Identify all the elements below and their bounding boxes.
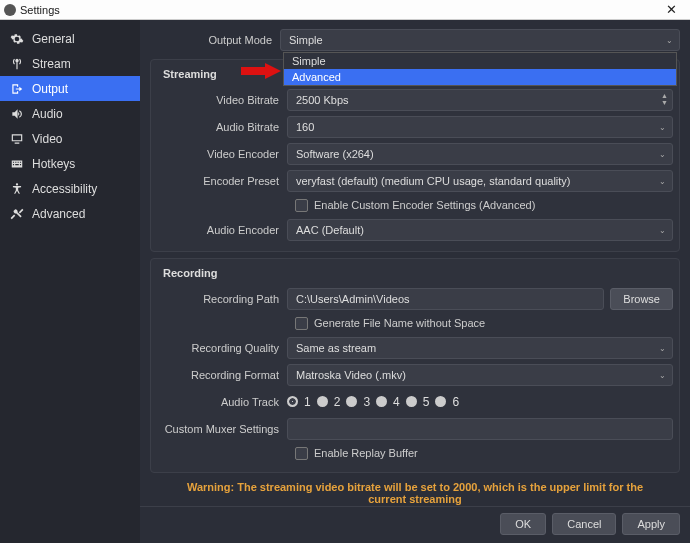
enable-replay-buffer-label: Enable Replay Buffer (314, 447, 418, 459)
chevron-down-icon: ⌄ (659, 177, 666, 186)
spinner-icon[interactable]: ▲▼ (661, 92, 668, 106)
sidebar-item-output[interactable]: Output (0, 76, 140, 101)
output-mode-option-simple[interactable]: Simple (284, 53, 676, 69)
video-bitrate-value: 2500 Kbps (296, 94, 349, 106)
sidebar-item-video[interactable]: Video (0, 126, 140, 151)
antenna-icon (10, 57, 24, 71)
sidebar-item-label: Stream (32, 57, 71, 71)
audio-encoder-label: Audio Encoder (157, 224, 287, 236)
video-bitrate-label: Video Bitrate (157, 94, 287, 106)
custom-muxer-label: Custom Muxer Settings (157, 423, 287, 435)
sidebar-item-label: General (32, 32, 75, 46)
audio-track-6-label: 6 (452, 395, 459, 409)
main-panel: Output Mode Simple ⌄ Streaming Simple (140, 20, 690, 543)
sidebar-item-general[interactable]: General (0, 26, 140, 51)
encoder-preset-select[interactable]: veryfast (default) (medium CPU usage, st… (287, 170, 673, 192)
audio-bitrate-select[interactable]: 160 ⌄ (287, 116, 673, 138)
sidebar-item-hotkeys[interactable]: Hotkeys (0, 151, 140, 176)
encoder-preset-label: Encoder Preset (157, 175, 287, 187)
recording-quality-value: Same as stream (296, 342, 376, 354)
enable-replay-buffer-checkbox[interactable] (295, 447, 308, 460)
browse-button[interactable]: Browse (610, 288, 673, 310)
video-encoder-select[interactable]: Software (x264) ⌄ (287, 143, 673, 165)
recording-format-select[interactable]: Matroska Video (.mkv) ⌄ (287, 364, 673, 386)
video-bitrate-input[interactable]: 2500 Kbps ▲▼ (287, 89, 673, 111)
gear-icon (10, 32, 24, 46)
recording-quality-label: Recording Quality (157, 342, 287, 354)
chevron-down-icon: ⌄ (659, 123, 666, 132)
recording-path-label: Recording Path (157, 293, 287, 305)
audio-track-3-label: 3 (363, 395, 370, 409)
sidebar-item-label: Accessibility (32, 182, 97, 196)
sidebar-item-accessibility[interactable]: Accessibility (0, 176, 140, 201)
chevron-down-icon: ⌄ (666, 36, 673, 45)
recording-format-value: Matroska Video (.mkv) (296, 369, 406, 381)
chevron-down-icon: ⌄ (659, 344, 666, 353)
output-icon (10, 82, 24, 96)
enable-custom-encoder-label: Enable Custom Encoder Settings (Advanced… (314, 199, 535, 211)
recording-format-label: Recording Format (157, 369, 287, 381)
streaming-group: Streaming Simple Advanced Video Bitrate … (150, 59, 680, 252)
chevron-down-icon: ⌄ (659, 150, 666, 159)
output-mode-select[interactable]: Simple ⌄ (280, 29, 680, 51)
sidebar-item-label: Video (32, 132, 62, 146)
audio-track-label: Audio Track (157, 396, 287, 408)
sidebar-item-label: Hotkeys (32, 157, 75, 171)
close-button[interactable]: ✕ (656, 2, 686, 17)
audio-bitrate-value: 160 (296, 121, 314, 133)
warning-text: Warning: The streaming video bitrate wil… (150, 473, 680, 506)
cancel-button[interactable]: Cancel (552, 513, 616, 535)
recording-title: Recording (157, 265, 673, 285)
audio-track-4-radio[interactable] (376, 396, 387, 407)
titlebar: Settings ✕ (0, 0, 690, 20)
sidebar-item-stream[interactable]: Stream (0, 51, 140, 76)
audio-bitrate-label: Audio Bitrate (157, 121, 287, 133)
ok-button[interactable]: OK (500, 513, 546, 535)
recording-path-value: C:\Users\Admin\Videos (296, 293, 410, 305)
encoder-preset-value: veryfast (default) (medium CPU usage, st… (296, 175, 571, 187)
monitor-icon (10, 132, 24, 146)
audio-encoder-select[interactable]: AAC (Default) ⌄ (287, 219, 673, 241)
apply-button[interactable]: Apply (622, 513, 680, 535)
audio-track-6-radio[interactable] (435, 396, 446, 407)
audio-track-3-radio[interactable] (346, 396, 357, 407)
footer: OK Cancel Apply (140, 506, 690, 543)
audio-track-2-radio[interactable] (317, 396, 328, 407)
video-encoder-label: Video Encoder (157, 148, 287, 160)
recording-quality-select[interactable]: Same as stream ⌄ (287, 337, 673, 359)
custom-muxer-input[interactable] (287, 418, 673, 440)
chevron-down-icon: ⌄ (659, 226, 666, 235)
output-mode-value: Simple (289, 34, 323, 46)
app-icon (4, 4, 16, 16)
chevron-down-icon: ⌄ (659, 371, 666, 380)
audio-track-4-label: 4 (393, 395, 400, 409)
speaker-icon (10, 107, 24, 121)
sidebar-item-label: Output (32, 82, 68, 96)
generate-filename-checkbox[interactable] (295, 317, 308, 330)
sidebar: General Stream Output Audio Video Hotkey… (0, 20, 140, 543)
sidebar-item-label: Advanced (32, 207, 85, 221)
sidebar-item-audio[interactable]: Audio (0, 101, 140, 126)
audio-track-5-label: 5 (423, 395, 430, 409)
recording-group: Recording Recording Path C:\Users\Admin\… (150, 258, 680, 473)
video-encoder-value: Software (x264) (296, 148, 374, 160)
audio-encoder-value: AAC (Default) (296, 224, 364, 236)
enable-custom-encoder-checkbox[interactable] (295, 199, 308, 212)
sidebar-item-label: Audio (32, 107, 63, 121)
output-mode-option-advanced[interactable]: Advanced (284, 69, 676, 85)
output-mode-label: Output Mode (150, 34, 280, 46)
generate-filename-label: Generate File Name without Space (314, 317, 485, 329)
audio-track-5-radio[interactable] (406, 396, 417, 407)
tools-icon (10, 207, 24, 221)
audio-track-2-label: 2 (334, 395, 341, 409)
audio-track-1-label: 1 (304, 395, 311, 409)
output-mode-dropdown[interactable]: Simple Advanced (283, 52, 677, 86)
audio-track-1-radio[interactable] (287, 396, 298, 407)
sidebar-item-advanced[interactable]: Advanced (0, 201, 140, 226)
keyboard-icon (10, 157, 24, 171)
window-title: Settings (20, 4, 656, 16)
recording-path-input[interactable]: C:\Users\Admin\Videos (287, 288, 604, 310)
accessibility-icon (10, 182, 24, 196)
